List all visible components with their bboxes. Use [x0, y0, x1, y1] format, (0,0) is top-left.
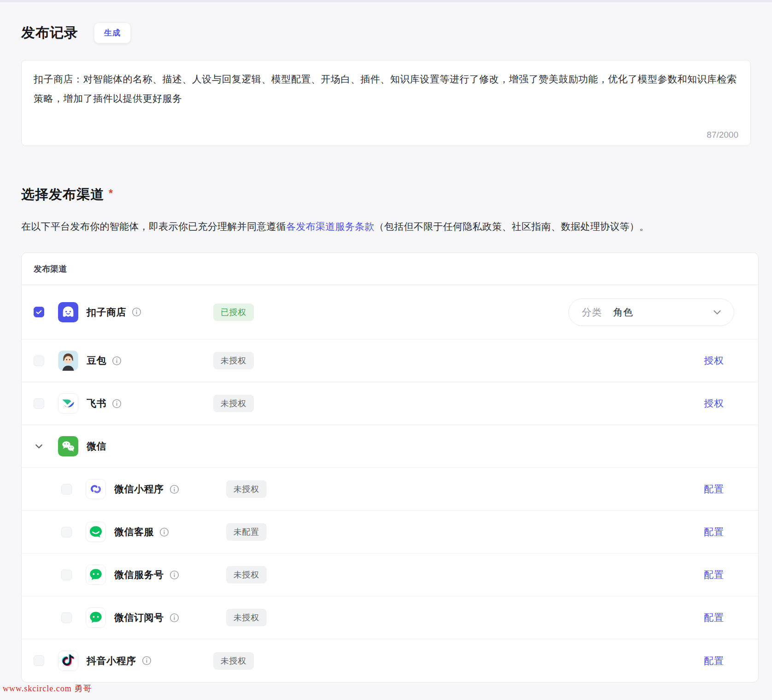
channel-name: 微信订阅号: [114, 611, 164, 624]
status-badge: 未配置: [226, 523, 267, 541]
wechat-miniprogram-icon: [86, 479, 106, 499]
channel-row-left: 微信订阅号: [34, 607, 226, 628]
terms-link[interactable]: 各发布渠道服务条款: [286, 221, 374, 232]
channel-name: 微信服务号: [114, 568, 164, 581]
channel-row-left: 豆包: [34, 350, 213, 371]
publish-note-textarea[interactable]: 扣子商店：对智能体的名称、描述、人设与回复逻辑、模型配置、开场白、插件、知识库设…: [21, 60, 751, 146]
generate-button[interactable]: 生成: [94, 23, 131, 43]
info-icon[interactable]: [159, 527, 169, 537]
douyin-miniprogram-icon: [58, 651, 78, 671]
channel-row-feishu: 飞书未授权授权: [22, 382, 758, 425]
chevron-down-icon[interactable]: [34, 441, 44, 452]
channel-row-wechat-service: 微信服务号未授权配置: [22, 554, 758, 596]
channel-checkbox[interactable]: [34, 307, 44, 317]
page-title: 发布记录: [21, 23, 78, 42]
char-counter: 87/2000: [707, 130, 738, 140]
channel-checkbox[interactable]: [61, 570, 72, 580]
channel-row-coze-store: 扣子商店已授权分类角色: [22, 285, 758, 339]
channel-checkbox[interactable]: [34, 356, 44, 366]
channel-row-right: 配置: [704, 654, 746, 667]
category-select-label: 分类: [582, 306, 602, 319]
channels-description: 在以下平台发布你的智能体，即表示你已充分理解并同意遵循各发布渠道服务条款（包括但…: [21, 216, 733, 237]
channel-name: 微信: [87, 440, 106, 453]
configure-link[interactable]: 配置: [704, 483, 724, 496]
channel-row-wechat-subscribe: 微信订阅号未授权配置: [22, 596, 758, 639]
section-heading: 选择发布渠道*: [21, 186, 751, 204]
channel-name: 抖音小程序: [87, 654, 136, 667]
channel-row-right: 授权: [704, 397, 746, 410]
status-badge: 未授权: [213, 652, 254, 670]
authorize-link[interactable]: 授权: [704, 397, 724, 410]
configure-link[interactable]: 配置: [704, 568, 724, 581]
channel-row-wechat-kefu: 微信客服未配置配置: [22, 511, 758, 554]
publish-note-text: 扣子商店：对智能体的名称、描述、人设与回复逻辑、模型配置、开场白、插件、知识库设…: [34, 70, 738, 108]
configure-link[interactable]: 配置: [704, 525, 724, 538]
authorize-link[interactable]: 授权: [704, 354, 724, 367]
channel-row-right: 分类角色: [568, 298, 746, 326]
publish-page: 发布记录 生成 扣子商店：对智能体的名称、描述、人设与回复逻辑、模型配置、开场白…: [0, 2, 772, 682]
table-header: 发布渠道: [22, 253, 758, 285]
channel-checkbox[interactable]: [61, 527, 72, 537]
configure-link[interactable]: 配置: [704, 654, 724, 667]
channel-row-left: 微信服务号: [34, 565, 226, 585]
feishu-icon: [58, 393, 78, 414]
channel-row-right: 配置: [704, 525, 746, 538]
channel-checkbox[interactable]: [61, 612, 72, 623]
channel-row-right: 配置: [704, 568, 746, 581]
info-icon[interactable]: [170, 613, 179, 623]
info-icon[interactable]: [170, 484, 179, 494]
wechat-icon: [58, 436, 78, 456]
category-select-value: 角色: [613, 306, 633, 319]
channel-rows: 扣子商店已授权分类角色豆包未授权授权飞书未授权授权微信微信小程序未授权配置微信客…: [22, 285, 758, 682]
channel-checkbox[interactable]: [34, 655, 44, 666]
channel-row-left: 微信小程序: [34, 479, 226, 499]
section-title-text: 选择发布渠道: [21, 187, 104, 202]
status-badge: 未授权: [213, 352, 254, 369]
info-icon[interactable]: [170, 570, 179, 580]
status-badge: 未授权: [226, 609, 267, 626]
channel-name: 飞书: [87, 397, 106, 410]
channel-row-left: 微信: [34, 436, 213, 456]
info-icon[interactable]: [112, 399, 122, 408]
status-badge: 未授权: [226, 480, 267, 498]
description-suffix: （包括但不限于任何隐私政策、社区指南、数据处理协议等）。: [374, 221, 649, 232]
info-icon[interactable]: [132, 307, 141, 317]
status-badge: 未授权: [226, 566, 267, 583]
wechat-kefu-icon: [86, 522, 106, 542]
channel-row-right: 配置: [704, 483, 746, 496]
info-icon[interactable]: [142, 656, 152, 665]
channel-row-left: 飞书: [34, 393, 213, 414]
channel-row-right: 配置: [704, 611, 746, 624]
required-asterisk: *: [109, 187, 113, 199]
watermark: www.skcircle.com 勇哥: [3, 683, 92, 694]
channel-row-wechat-miniprogram: 微信小程序未授权配置: [22, 468, 758, 511]
channel-row-wechat: 微信: [22, 425, 758, 468]
channel-row-douyin-miniprogram: 抖音小程序未授权配置: [22, 639, 758, 682]
configure-link[interactable]: 配置: [704, 611, 724, 624]
status-badge: 未授权: [213, 395, 254, 412]
doubao-icon: [58, 350, 78, 371]
channel-name: 扣子商店: [87, 306, 126, 319]
channel-checkbox[interactable]: [61, 484, 72, 495]
channel-row-left: 抖音小程序: [34, 651, 213, 671]
wechat-service-icon: [86, 565, 106, 585]
title-row: 发布记录 生成: [21, 2, 751, 43]
coze-store-icon: [58, 302, 78, 322]
channel-row-left: 微信客服: [34, 522, 226, 542]
wechat-subscribe-icon: [86, 607, 106, 628]
chevron-down-icon: [712, 307, 723, 318]
status-badge: 已授权: [213, 303, 254, 321]
category-select[interactable]: 分类角色: [568, 298, 734, 326]
channel-row-right: 授权: [704, 354, 746, 367]
channels-table: 发布渠道 扣子商店已授权分类角色豆包未授权授权飞书未授权授权微信微信小程序未授权…: [21, 252, 759, 682]
info-icon[interactable]: [112, 356, 122, 366]
channel-checkbox[interactable]: [34, 398, 44, 409]
channel-row-doubao: 豆包未授权授权: [22, 339, 758, 382]
channel-name: 微信小程序: [114, 483, 164, 496]
description-prefix: 在以下平台发布你的智能体，即表示你已充分理解并同意遵循: [21, 221, 286, 232]
channel-row-left: 扣子商店: [34, 302, 213, 322]
channel-name: 微信客服: [114, 525, 154, 538]
channel-name: 豆包: [87, 354, 106, 367]
